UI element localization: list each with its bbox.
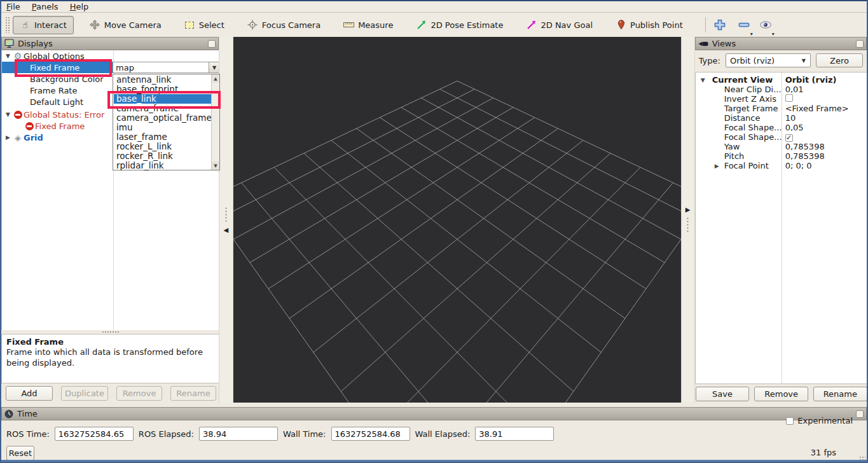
row-label: Distance	[724, 113, 761, 123]
publish-point-tool-button[interactable]: Publish Point	[609, 16, 690, 34]
views-rename-button[interactable]: Rename	[813, 387, 867, 401]
combo-arrow-icon[interactable]: ▼	[209, 62, 219, 73]
remove-button[interactable]: Remove	[116, 386, 162, 401]
views-row-pitch[interactable]: Pitch 0,785398	[696, 151, 867, 161]
dropdown-scrollbar[interactable]: ▲ ▼	[211, 74, 219, 170]
tree-row-frame-rate[interactable]: Frame Rate	[2, 85, 113, 96]
time-float-button[interactable]	[856, 410, 864, 418]
measure-tool-button[interactable]: Measure	[336, 16, 400, 34]
dropdown-item[interactable]: base_footprint	[114, 85, 212, 94]
views-panel-header[interactable]: Views	[695, 37, 867, 50]
view-type-combo[interactable]: Orbit (rviz) ▼	[726, 53, 811, 67]
views-row-focal-shape-size[interactable]: Focal Shape... 0,05	[696, 123, 867, 132]
views-remove-button[interactable]: Remove	[754, 387, 808, 401]
menu-file[interactable]: File	[6, 2, 20, 11]
collapse-right-icon[interactable]: ▶	[685, 207, 691, 213]
tree-row-fixed-frame-error[interactable]: Fixed Frame	[2, 120, 113, 132]
visibility-dropdown-icon[interactable]: ▾	[772, 31, 775, 37]
select-tool-button[interactable]: Select	[177, 16, 231, 34]
clock-icon	[4, 410, 13, 418]
row-label: Focal Point	[724, 161, 769, 170]
save-button[interactable]: Save	[696, 387, 750, 401]
wall-time-field[interactable]	[331, 427, 410, 441]
views-row-focal-shape-fixed[interactable]: Focal Shape... ✓	[696, 132, 867, 142]
displays-panel-header[interactable]: Displays	[1, 37, 219, 50]
nav-goal-tool-button[interactable]: 2D Nav Goal	[519, 16, 600, 34]
toolbar-drag-handle[interactable]	[5, 17, 10, 33]
expand-right-icon[interactable]: ▶	[715, 163, 719, 169]
views-row-distance[interactable]: Distance 10	[696, 113, 867, 123]
row-value[interactable]: 0,785398	[785, 151, 825, 161]
experimental-option[interactable]: Experimental	[786, 416, 853, 425]
tree-row-grid[interactable]: ▶ ◈ Grid	[2, 132, 113, 143]
row-value[interactable]: <Fixed Frame>	[785, 104, 849, 113]
checkbox-unchecked[interactable]	[785, 94, 793, 102]
scroll-up-icon[interactable]: ▲	[212, 74, 219, 83]
row-value[interactable]: 0; 0; 0	[785, 161, 812, 170]
right-panel-collapse-strip[interactable]: ▶	[681, 37, 695, 403]
add-display-button[interactable]	[712, 17, 727, 33]
left-panel-collapse-strip[interactable]: ◀	[219, 37, 233, 403]
dropdown-item[interactable]: camera_optical_frame	[114, 113, 212, 123]
time-panel-header[interactable]: Time	[1, 407, 867, 420]
rename-button[interactable]: Rename	[170, 386, 216, 401]
tree-row-global-status[interactable]: ▼ Global Status: Error	[2, 109, 129, 120]
ros-elapsed-field[interactable]	[199, 427, 278, 441]
time-panel-title: Time	[17, 409, 38, 418]
remove-display-button[interactable]	[736, 18, 752, 31]
dropdown-item[interactable]: camera_frame	[114, 104, 212, 113]
expand-down-icon[interactable]: ▼	[6, 111, 12, 118]
focus-camera-tool-button[interactable]: Focus Camera	[240, 16, 327, 34]
dropdown-item[interactable]: rocker_R_link	[114, 151, 212, 161]
expand-right-icon[interactable]: ▶	[6, 134, 12, 141]
views-row-near-clip[interactable]: Near Clip Di... 0,01	[696, 85, 867, 94]
time-fields: ROS Time: ROS Elapsed: Wall Time: Wall E…	[1, 420, 867, 441]
dropdown-item-selected[interactable]: base_link	[114, 94, 212, 104]
views-float-button[interactable]	[856, 40, 864, 48]
move-camera-tool-button[interactable]: Move Camera	[83, 16, 169, 34]
render-viewport-3d[interactable]	[233, 37, 681, 403]
displays-float-button[interactable]	[208, 40, 216, 48]
add-button[interactable]: Add	[6, 386, 53, 401]
dropdown-item[interactable]: rplidar_link	[114, 161, 212, 170]
zero-button[interactable]: Zero	[816, 53, 863, 67]
fixed-frame-combo[interactable]: map ▼	[113, 62, 220, 73]
row-value[interactable]: 0,01	[785, 85, 804, 94]
row-label: Near Clip Di...	[724, 85, 782, 94]
views-row-focal-point[interactable]: ▶ Focal Point 0; 0; 0	[696, 161, 867, 170]
collapse-left-icon[interactable]: ◀	[223, 227, 228, 233]
menu-panels[interactable]: Panels	[32, 2, 59, 11]
views-row-invert-z[interactable]: Invert Z Axis	[696, 94, 867, 104]
horizontal-splitter[interactable]	[1, 403, 867, 407]
tree-row-global-options[interactable]: ▼ ⚙ Global Options	[2, 50, 113, 62]
views-row-current-view[interactable]: ▼ Current View Orbit (rviz)	[696, 75, 867, 85]
checkbox-checked[interactable]: ✓	[785, 134, 793, 142]
expand-down-icon[interactable]: ▼	[701, 77, 705, 83]
tree-row-background-color[interactable]: Background Color	[2, 73, 113, 85]
experimental-checkbox[interactable]	[786, 417, 794, 425]
remove-display-dropdown-icon[interactable]: ▾	[750, 31, 753, 37]
row-value[interactable]: 0,05	[785, 123, 804, 132]
interact-tool-button[interactable]: ☝ Interact	[13, 16, 74, 34]
visibility-button[interactable]	[758, 18, 773, 32]
pose-estimate-tool-button[interactable]: 2D Pose Estimate	[409, 16, 510, 34]
row-value[interactable]: 0,785398	[785, 142, 825, 151]
expand-down-icon[interactable]: ▼	[6, 53, 12, 59]
reset-button[interactable]: Reset	[6, 446, 34, 460]
tree-row-default-light[interactable]: Default Light	[2, 96, 113, 107]
views-row-yaw[interactable]: Yaw 0,785398	[696, 142, 867, 151]
dropdown-item[interactable]: imu	[114, 123, 212, 132]
dropdown-item[interactable]: antenna_link	[114, 75, 212, 85]
wall-elapsed-field[interactable]	[475, 427, 554, 441]
row-value[interactable]: 10	[785, 113, 796, 123]
menu-help[interactable]: Help	[70, 2, 89, 11]
dropdown-item[interactable]: rocker_L_link	[114, 142, 212, 151]
scroll-down-icon[interactable]: ▼	[212, 162, 219, 170]
tree-row-fixed-frame[interactable]: Fixed Frame	[2, 62, 113, 73]
views-row-target-frame[interactable]: Target Frame <Fixed Frame>	[696, 104, 867, 113]
ros-time-field[interactable]	[55, 427, 134, 441]
dropdown-item[interactable]: laser_frame	[114, 132, 212, 142]
select-label: Select	[199, 20, 224, 30]
interact-hand-icon: ☝	[20, 20, 31, 31]
duplicate-button[interactable]: Duplicate	[61, 386, 108, 401]
